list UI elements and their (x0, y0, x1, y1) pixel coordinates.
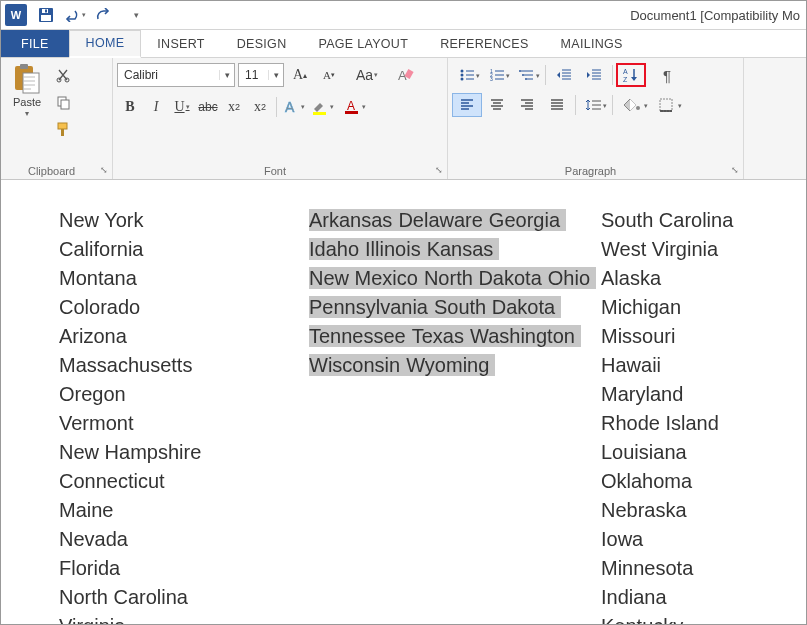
list-item[interactable]: Alaska (601, 264, 801, 293)
list-item[interactable]: Michigan (601, 293, 801, 322)
bold-button[interactable]: B (117, 95, 143, 119)
tab-insert[interactable]: INSERT (141, 30, 220, 57)
list-item[interactable]: Oklahoma (601, 467, 801, 496)
superscript-button[interactable]: x2 (247, 95, 273, 119)
list-item[interactable]: Rhode Island (601, 409, 801, 438)
list-item[interactable]: Colorado (59, 293, 309, 322)
font-name-combo[interactable]: Calibri ▾ (117, 63, 235, 87)
list-item[interactable]: Georgia (489, 206, 566, 235)
list-item[interactable]: South Carolina (601, 206, 801, 235)
align-left-button[interactable] (452, 93, 482, 117)
list-item[interactable]: Iowa (601, 525, 801, 554)
clear-formatting-button[interactable]: A (392, 63, 418, 87)
list-item[interactable]: California (59, 235, 309, 264)
list-item[interactable]: Idaho (309, 235, 365, 264)
list-item[interactable]: Indiana (601, 583, 801, 612)
list-item[interactable]: Texas (412, 322, 470, 351)
list-item[interactable]: Vermont (59, 409, 309, 438)
list-item[interactable]: Maryland (601, 380, 801, 409)
list-item[interactable]: Hawaii (601, 351, 801, 380)
list-item[interactable]: Delaware (398, 206, 488, 235)
text-effects-button[interactable]: A▾ (280, 95, 306, 119)
increase-indent-button[interactable] (579, 63, 609, 87)
tab-file[interactable]: FILE (1, 30, 69, 57)
list-item[interactable]: Connecticut (59, 467, 309, 496)
list-item[interactable]: New Hampshire (59, 438, 309, 467)
list-item[interactable]: Maine (59, 496, 309, 525)
list-item[interactable]: Virginia (59, 612, 309, 625)
align-center-button[interactable] (482, 93, 512, 117)
list-item[interactable]: North Carolina (59, 583, 309, 612)
ribbon: Paste ▾ Clipboard ⤡ Calibri (1, 58, 806, 180)
list-item[interactable]: Kentucky (601, 612, 801, 625)
list-item[interactable]: New Mexico (309, 264, 424, 293)
decrease-indent-button[interactable] (549, 63, 579, 87)
list-item[interactable]: Minnesota (601, 554, 801, 583)
save-button[interactable] (33, 3, 59, 27)
format-painter-button[interactable] (51, 117, 75, 141)
list-item[interactable]: Ohio (548, 264, 596, 293)
document-area[interactable]: New YorkCaliforniaMontanaColoradoArizona… (1, 180, 806, 625)
line-spacing-button[interactable]: ▾ (579, 93, 609, 117)
italic-button[interactable]: I (143, 95, 169, 119)
list-item[interactable]: Wyoming (406, 351, 495, 380)
numbering-button[interactable]: 123▾ (482, 63, 512, 87)
highlight-button[interactable]: ▾ (306, 95, 338, 119)
customize-qat-button[interactable]: ▾ (129, 3, 143, 27)
list-item[interactable]: Massachusetts (59, 351, 309, 380)
list-item[interactable]: Montana (59, 264, 309, 293)
align-right-button[interactable] (512, 93, 542, 117)
list-item[interactable]: North Dakota (424, 264, 548, 293)
list-item[interactable]: Washington (470, 322, 581, 351)
paste-button[interactable]: Paste ▾ (5, 61, 49, 161)
shading-button[interactable]: ▾ (616, 93, 650, 117)
change-case-button[interactable]: Aa▾ (354, 63, 380, 87)
redo-button[interactable] (89, 3, 115, 27)
list-item[interactable]: Florida (59, 554, 309, 583)
list-item[interactable]: West Virginia (601, 235, 801, 264)
list-item[interactable]: Louisiana (601, 438, 801, 467)
tab-references[interactable]: REFERENCES (424, 30, 544, 57)
svg-rect-18 (345, 111, 358, 114)
tab-design[interactable]: DESIGN (221, 30, 303, 57)
list-item[interactable]: New York (59, 206, 309, 235)
shrink-font-button[interactable]: A▾ (316, 63, 342, 87)
paragraph-launcher[interactable]: ⤡ (729, 164, 741, 176)
list-item[interactable]: Tennessee (309, 322, 412, 351)
underline-button[interactable]: U▾ (169, 95, 195, 119)
list-item[interactable]: Illinois (365, 235, 427, 264)
clipboard-launcher[interactable]: ⤡ (98, 164, 110, 176)
strikethrough-button[interactable]: abc (195, 95, 221, 119)
show-hide-button[interactable]: ¶ (652, 63, 682, 87)
multilevel-list-button[interactable]: ▾ (512, 63, 542, 87)
list-item[interactable]: Oregon (59, 380, 309, 409)
cut-button[interactable] (51, 63, 75, 87)
justify-button[interactable] (542, 93, 572, 117)
borders-button[interactable]: ▾ (650, 93, 684, 117)
list-item[interactable]: Arkansas (309, 206, 398, 235)
bullets-button[interactable]: ▾ (452, 63, 482, 87)
list-item[interactable]: Nevada (59, 525, 309, 554)
list-item[interactable]: Wisconsin (309, 351, 406, 380)
tab-mailings[interactable]: MAILINGS (545, 30, 639, 57)
grow-font-button[interactable]: A▴ (287, 63, 313, 87)
sort-button[interactable]: AZ (616, 63, 646, 87)
column-2: ArkansasDelawareGeorgiaIdahoIllinoisKans… (309, 206, 601, 625)
tab-page-layout[interactable]: PAGE LAYOUT (302, 30, 424, 57)
ribbon-tabs: FILE HOME INSERT DESIGN PAGE LAYOUT REFE… (1, 30, 806, 58)
font-color-button[interactable]: A▾ (338, 95, 370, 119)
svg-rect-11 (58, 123, 67, 129)
list-item[interactable]: Arizona (59, 322, 309, 351)
font-launcher[interactable]: ⤡ (433, 164, 445, 176)
list-item[interactable]: Nebraska (601, 496, 801, 525)
subscript-button[interactable]: x2 (221, 95, 247, 119)
list-item[interactable]: Pennsylvania (309, 293, 434, 322)
list-item[interactable]: Missouri (601, 322, 801, 351)
copy-button[interactable] (51, 90, 75, 114)
list-item[interactable]: South Dakota (434, 293, 561, 322)
list-item[interactable]: Kansas (427, 235, 500, 264)
chevron-down-icon: ▾ (268, 70, 283, 80)
font-size-combo[interactable]: 11 ▾ (238, 63, 284, 87)
tab-home[interactable]: HOME (69, 30, 142, 58)
undo-button[interactable]: ▾ (61, 3, 87, 27)
